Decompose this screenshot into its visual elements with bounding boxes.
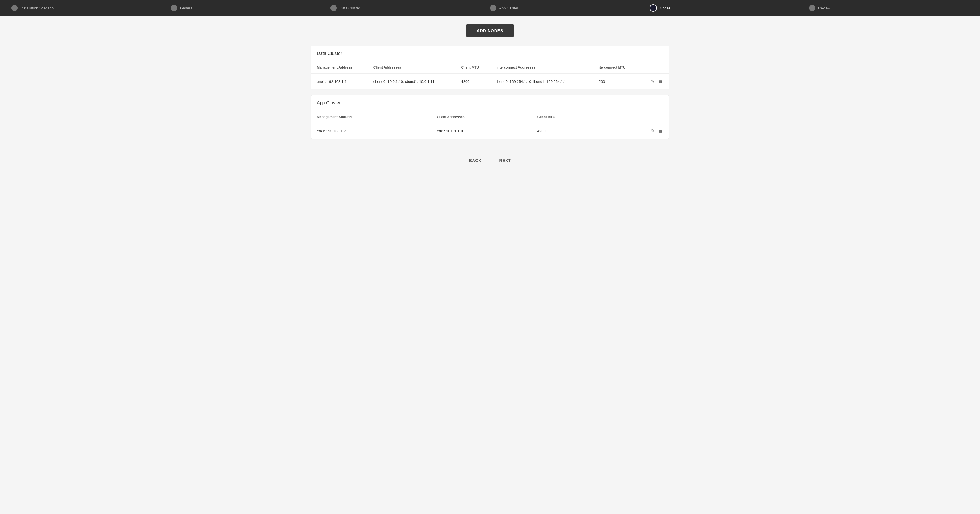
step-review[interactable]: Review: [809, 5, 969, 11]
delete-icon[interactable]: 🗑: [658, 78, 663, 84]
dc-col-client-addr: Client Addresses: [368, 61, 456, 74]
step-label-general: General: [180, 6, 193, 10]
dc-col-management: Management Address: [311, 61, 368, 74]
step-label-data-cluster: Data Cluster: [340, 6, 360, 10]
step-circle-app-cluster: [490, 5, 496, 11]
stepper-bar: Installation Scenario General Data Clust…: [0, 0, 980, 16]
ac-col-management: Management Address: [311, 111, 431, 123]
table-row: eth0: 192.168.1.2 eth1: 10.0.1.101 4200 …: [311, 123, 669, 139]
step-label-review: Review: [818, 6, 830, 10]
step-label-nodes: Nodes: [660, 6, 671, 10]
ac-row1-client-addr: eth1: 10.0.1.101: [431, 123, 532, 139]
ac-col-client-mtu: Client MTU: [532, 111, 607, 123]
step-circle-general: [171, 5, 177, 11]
step-label-app-cluster: App Cluster: [499, 6, 519, 10]
step-circle-installation: [11, 5, 18, 11]
app-cluster-table: Management Address Client Addresses Clie…: [311, 111, 669, 139]
ac-col-actions: [607, 111, 669, 123]
edit-icon[interactable]: ✎: [651, 78, 655, 85]
dc-col-client-mtu: Client MTU: [456, 61, 491, 74]
edit-icon[interactable]: ✎: [651, 128, 655, 134]
step-data-cluster[interactable]: Data Cluster: [331, 5, 490, 11]
add-nodes-button[interactable]: ADD NODES: [466, 24, 513, 37]
dc-row1-interconnect-addr: ibond0: 169.254.1.10; ibond1: 169.254.1.…: [491, 74, 591, 89]
data-cluster-table: Management Address Client Addresses Clie…: [311, 61, 669, 89]
dc-row1-management: eno1: 192.168.1.1: [311, 74, 368, 89]
data-cluster-card: Data Cluster Management Address Client A…: [311, 46, 669, 89]
dc-col-interconnect-mtu: Interconnect MTU: [591, 61, 640, 74]
back-button[interactable]: BACK: [465, 156, 486, 165]
step-installation-scenario[interactable]: Installation Scenario: [11, 5, 171, 11]
data-cluster-title: Data Cluster: [311, 46, 669, 61]
step-circle-data-cluster: [331, 5, 337, 11]
step-nodes[interactable]: Nodes: [649, 4, 809, 12]
app-cluster-title: App Cluster: [311, 95, 669, 111]
step-circle-review: [809, 5, 815, 11]
step-label-installation: Installation Scenario: [21, 6, 54, 10]
step-circle-nodes: [649, 4, 657, 12]
delete-icon[interactable]: 🗑: [658, 128, 663, 134]
dc-col-interconnect-addr: Interconnect Addresses: [491, 61, 591, 74]
ac-row1-management: eth0: 192.168.1.2: [311, 123, 431, 139]
dc-row1-interconnect-mtu: 4200: [591, 74, 640, 89]
next-button[interactable]: NEXT: [495, 156, 515, 165]
main-content: ADD NODES Data Cluster Management Addres…: [305, 16, 675, 179]
dc-row1-client-mtu: 4200: [456, 74, 491, 89]
dc-row1-actions: ✎ 🗑: [640, 74, 669, 89]
table-row: eno1: 192.168.1.1 cbond0: 10.0.1.10; cbo…: [311, 74, 669, 89]
ac-row1-actions: ✎ 🗑: [607, 123, 669, 139]
dc-row1-client-addr: cbond0: 10.0.1.10; cbond1: 10.0.1.11: [368, 74, 456, 89]
ac-col-client-addr: Client Addresses: [431, 111, 532, 123]
step-general[interactable]: General: [171, 5, 331, 11]
ac-row1-client-mtu: 4200: [532, 123, 607, 139]
step-app-cluster[interactable]: App Cluster: [490, 5, 649, 11]
dc-col-actions: [640, 61, 669, 74]
footer-actions: BACK NEXT: [311, 145, 669, 171]
app-cluster-card: App Cluster Management Address Client Ad…: [311, 95, 669, 139]
